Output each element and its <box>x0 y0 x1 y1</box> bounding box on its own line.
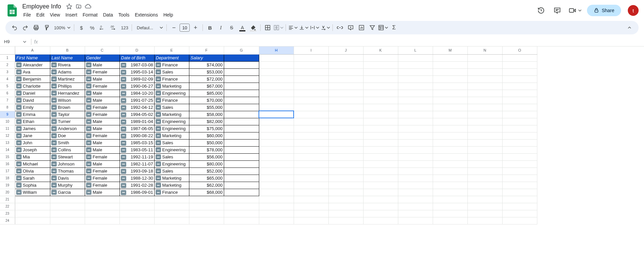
filter-views-button[interactable] <box>378 23 388 33</box>
cell-C4[interactable]: Male <box>85 75 119 83</box>
cell-I9[interactable] <box>294 111 328 118</box>
smart-chip-icon[interactable] <box>86 169 91 174</box>
smart-chip-icon[interactable] <box>121 126 126 131</box>
cell-H10[interactable] <box>259 118 294 125</box>
filter-button[interactable] <box>367 23 377 33</box>
cell-F2[interactable]: $74,000 <box>189 61 224 68</box>
cell-O4[interactable] <box>502 75 537 83</box>
cell-O10[interactable] <box>502 118 537 125</box>
currency-button[interactable]: $ <box>76 23 86 33</box>
cell-O7[interactable] <box>502 97 537 104</box>
smart-chip-icon[interactable] <box>121 105 126 110</box>
smart-chip-icon[interactable] <box>156 154 161 159</box>
cell-J14[interactable] <box>328 146 363 153</box>
cell-I6[interactable] <box>294 90 328 97</box>
col-header-I[interactable]: I <box>294 47 328 54</box>
cell-H8[interactable] <box>259 104 294 111</box>
cell-O9[interactable] <box>502 111 537 118</box>
smart-chip-icon[interactable] <box>86 190 91 195</box>
cell-I5[interactable] <box>294 83 328 90</box>
cell-E8[interactable]: Sales <box>154 104 189 111</box>
cell-G16[interactable] <box>224 160 259 167</box>
formula-bar[interactable] <box>41 37 644 46</box>
text-rotation-button[interactable] <box>320 23 330 33</box>
cell-B13[interactable]: Smith <box>50 139 85 146</box>
cell-F21[interactable] <box>189 196 224 203</box>
cell-I15[interactable] <box>294 153 328 160</box>
cell-C11[interactable]: Male <box>85 125 119 132</box>
cell-C13[interactable]: Male <box>85 139 119 146</box>
smart-chip-icon[interactable] <box>156 176 161 181</box>
cell-J13[interactable] <box>328 139 363 146</box>
cell-A5[interactable]: Charlotte <box>15 83 50 90</box>
cell-N7[interactable] <box>467 97 502 104</box>
smart-chip-icon[interactable] <box>86 77 91 82</box>
cell-G22[interactable] <box>224 203 259 210</box>
cell-I23[interactable] <box>294 210 328 217</box>
cell-F14[interactable]: $78,000 <box>189 146 224 153</box>
cell-E1[interactable]: Department <box>154 54 189 61</box>
cell-H17[interactable] <box>259 167 294 175</box>
cell-E15[interactable]: Sales <box>154 153 189 160</box>
cell-F5[interactable]: $67,000 <box>189 83 224 90</box>
smart-chip-icon[interactable] <box>156 62 161 67</box>
cell-O17[interactable] <box>502 167 537 175</box>
cell-F9[interactable]: $58,000 <box>189 111 224 118</box>
functions-button[interactable]: Σ <box>389 23 399 33</box>
cell-K6[interactable] <box>363 90 398 97</box>
cell-J7[interactable] <box>328 97 363 104</box>
cell-N20[interactable] <box>467 189 502 196</box>
cell-B8[interactable]: Brown <box>50 104 85 111</box>
cell-H15[interactable] <box>259 153 294 160</box>
cell-N2[interactable] <box>467 61 502 68</box>
smart-chip-icon[interactable] <box>121 183 126 188</box>
increase-decimal-button[interactable]: .00 <box>109 23 119 33</box>
print-button[interactable] <box>31 23 41 33</box>
menu-format[interactable]: Format <box>80 11 100 19</box>
cell-D2[interactable]: 1987-03-08 <box>119 61 154 68</box>
cell-H9[interactable] <box>259 111 294 118</box>
cell-K13[interactable] <box>363 139 398 146</box>
cell-E6[interactable]: Engineering <box>154 90 189 97</box>
cell-B2[interactable]: Rivera <box>50 61 85 68</box>
row-header-11[interactable]: 11 <box>0 125 15 132</box>
cell-E18[interactable]: Marketing <box>154 175 189 182</box>
row-header-12[interactable]: 12 <box>0 132 15 139</box>
col-header-D[interactable]: D <box>119 47 154 54</box>
text-color-button[interactable]: A <box>237 23 247 33</box>
cell-M5[interactable] <box>433 83 467 90</box>
cell-M4[interactable] <box>433 75 467 83</box>
cell-C5[interactable]: Female <box>85 83 119 90</box>
smart-chip-icon[interactable] <box>16 161 22 166</box>
cell-H11[interactable] <box>259 125 294 132</box>
cell-B18[interactable]: Davis <box>50 175 85 182</box>
row-header-24[interactable]: 24 <box>0 217 15 224</box>
smart-chip-icon[interactable] <box>16 133 22 138</box>
smart-chip-icon[interactable] <box>16 105 22 110</box>
cell-J3[interactable] <box>328 68 363 75</box>
smart-chip-icon[interactable] <box>16 119 22 124</box>
smart-chip-icon[interactable] <box>16 98 22 103</box>
cell-A17[interactable]: Olivia <box>15 167 50 175</box>
smart-chip-icon[interactable] <box>86 62 91 67</box>
smart-chip-icon[interactable] <box>121 77 126 82</box>
cell-I12[interactable] <box>294 132 328 139</box>
cell-H6[interactable] <box>259 90 294 97</box>
cell-L8[interactable] <box>398 104 433 111</box>
col-header-A[interactable]: A <box>15 47 50 54</box>
name-box[interactable]: H9 <box>2 39 28 44</box>
cell-O24[interactable] <box>502 217 537 224</box>
col-header-J[interactable]: J <box>328 47 363 54</box>
cell-A15[interactable]: Mia <box>15 153 50 160</box>
cell-N11[interactable] <box>467 125 502 132</box>
cell-O3[interactable] <box>502 68 537 75</box>
cell-G12[interactable] <box>224 132 259 139</box>
cell-J21[interactable] <box>328 196 363 203</box>
row-header-4[interactable]: 4 <box>0 75 15 83</box>
smart-chip-icon[interactable] <box>86 98 91 103</box>
cell-E19[interactable]: Marketing <box>154 182 189 189</box>
cell-C6[interactable]: Male <box>85 90 119 97</box>
cell-K19[interactable] <box>363 182 398 189</box>
cell-M12[interactable] <box>433 132 467 139</box>
cell-G23[interactable] <box>224 210 259 217</box>
